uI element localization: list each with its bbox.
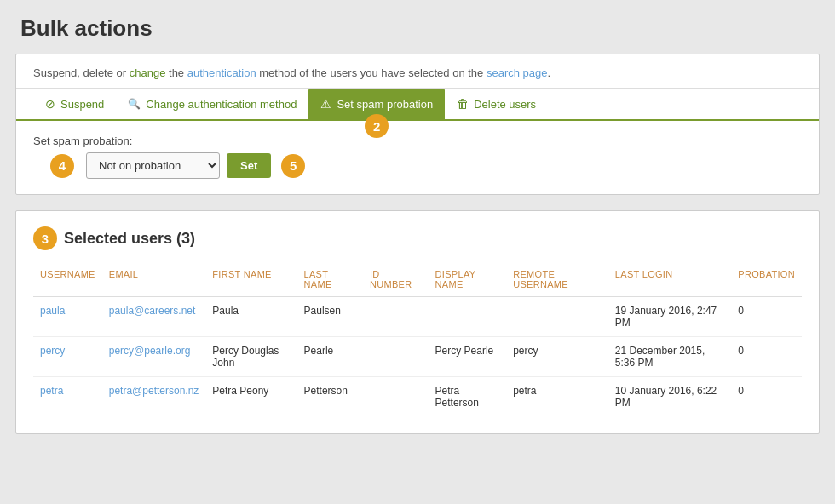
table-cell bbox=[363, 337, 429, 377]
probation-select[interactable]: Not on probation 1 day 3 days 7 days bbox=[86, 152, 220, 179]
col-username: USERNAME bbox=[33, 264, 102, 297]
users-table-body: paulapaula@careers.netPaulaPaulsen19 Jan… bbox=[33, 297, 802, 417]
selected-users-section: 3 Selected users (3) USERNAME EMAIL FIRS… bbox=[15, 210, 820, 434]
page-title: Bulk actions bbox=[20, 15, 815, 42]
table-cell: percy@pearle.org bbox=[102, 337, 206, 377]
tabs-row: ⊘ Suspend 🔍 Change authentication method… bbox=[16, 89, 819, 121]
col-lastlogin: LAST LOGIN bbox=[608, 264, 731, 297]
user-link[interactable]: petra bbox=[40, 385, 63, 397]
tab-suspend[interactable]: ⊘ Suspend bbox=[33, 89, 116, 119]
main-card: Suspend, delete or change the authentica… bbox=[15, 54, 820, 195]
col-displayname: DISPLAY NAME bbox=[429, 264, 507, 297]
table-row: paulapaula@careers.netPaulaPaulsen19 Jan… bbox=[33, 297, 802, 337]
table-cell: 10 January 2016, 6:22 PM bbox=[608, 377, 731, 417]
user-link[interactable]: petra@petterson.nz bbox=[109, 385, 199, 397]
table-cell: petra bbox=[506, 377, 608, 417]
col-email: EMAIL bbox=[102, 264, 206, 297]
table-cell bbox=[363, 377, 429, 417]
warning-icon: ⚠ bbox=[320, 97, 331, 111]
table-cell: percy bbox=[506, 337, 608, 377]
user-link[interactable]: paula bbox=[40, 305, 65, 317]
tab-set-spam-label: Set spam probation bbox=[337, 98, 433, 111]
user-link[interactable]: paula@careers.net bbox=[109, 305, 196, 317]
tab-change-auth-label: Change authentication method bbox=[146, 98, 297, 111]
table-cell: petra bbox=[33, 377, 102, 417]
users-table: USERNAME EMAIL FIRST NAME LAST NAME ID N… bbox=[33, 264, 802, 416]
table-cell: paula bbox=[33, 297, 102, 337]
search-link[interactable]: search page bbox=[487, 66, 548, 79]
step-badge-5: 5 bbox=[281, 154, 305, 178]
table-cell: Pearle bbox=[297, 337, 363, 377]
tab-delete-users-label: Delete users bbox=[474, 98, 536, 111]
probation-label: Set spam probation: bbox=[33, 135, 802, 147]
section-title-row: 3 Selected users (3) bbox=[33, 226, 802, 250]
step-badge-4: 4 bbox=[50, 154, 74, 178]
tab-change-auth[interactable]: 🔍 Change authentication method bbox=[116, 89, 308, 119]
table-cell: petra@petterson.nz bbox=[102, 377, 206, 417]
table-header-row: USERNAME EMAIL FIRST NAME LAST NAME ID N… bbox=[33, 264, 802, 297]
change-link[interactable]: change bbox=[130, 66, 166, 79]
table-cell: 0 bbox=[731, 297, 802, 337]
tab-delete-users[interactable]: 🗑 Delete users bbox=[445, 89, 548, 119]
tab-suspend-label: Suspend bbox=[60, 98, 104, 111]
table-cell: 0 bbox=[731, 377, 802, 417]
info-text: Suspend, delete or change the authentica… bbox=[33, 66, 550, 79]
user-link[interactable]: percy@pearle.org bbox=[109, 345, 191, 357]
tab-content: Set spam probation: 4 Not on probation 1… bbox=[16, 121, 819, 194]
suspend-icon: ⊘ bbox=[45, 97, 55, 111]
table-cell bbox=[363, 297, 429, 337]
table-cell: Paula bbox=[205, 297, 297, 337]
table-cell: Percy Douglas John bbox=[205, 337, 297, 377]
table-cell: Petra Peony bbox=[205, 377, 297, 417]
step-badge-3: 3 bbox=[33, 226, 57, 250]
table-cell: Percy Pearle bbox=[429, 337, 507, 377]
tabs-container: ⊘ Suspend 🔍 Change authentication method… bbox=[16, 89, 819, 194]
table-cell: paula@careers.net bbox=[102, 297, 206, 337]
table-cell bbox=[429, 297, 507, 337]
delete-icon: 🗑 bbox=[457, 97, 469, 111]
table-cell: percy bbox=[33, 337, 102, 377]
authentication-link[interactable]: authentication bbox=[187, 66, 256, 79]
probation-wrapper: 4 Not on probation 1 day 3 days 7 days S… bbox=[33, 152, 802, 179]
change-auth-icon: 🔍 bbox=[128, 98, 141, 110]
col-idnumber: ID NUMBER bbox=[363, 264, 429, 297]
table-cell: Petterson bbox=[297, 377, 363, 417]
table-row: percypercy@pearle.orgPercy Douglas JohnP… bbox=[33, 337, 802, 377]
table-cell: 21 December 2015, 5:36 PM bbox=[608, 337, 731, 377]
table-cell: Petra Petterson bbox=[429, 377, 507, 417]
set-button[interactable]: Set bbox=[227, 153, 271, 178]
table-cell: Paulsen bbox=[297, 297, 363, 337]
table-cell bbox=[506, 297, 608, 337]
table-cell: 0 bbox=[731, 337, 802, 377]
col-lastname: LAST NAME bbox=[297, 264, 363, 297]
col-firstname: FIRST NAME bbox=[205, 264, 297, 297]
page-header: Bulk actions bbox=[0, 0, 835, 54]
table-cell: 19 January 2016, 2:47 PM bbox=[608, 297, 731, 337]
info-bar: Suspend, delete or change the authentica… bbox=[16, 54, 819, 89]
table-row: petrapetra@petterson.nzPetra PeonyPetter… bbox=[33, 377, 802, 417]
step-badge-2: 2 bbox=[365, 114, 389, 138]
col-remoteusername: REMOTE USERNAME bbox=[506, 264, 608, 297]
col-probation: PROBATION bbox=[731, 264, 802, 297]
section-title: Selected users (3) bbox=[64, 230, 195, 248]
user-link[interactable]: percy bbox=[40, 345, 65, 357]
